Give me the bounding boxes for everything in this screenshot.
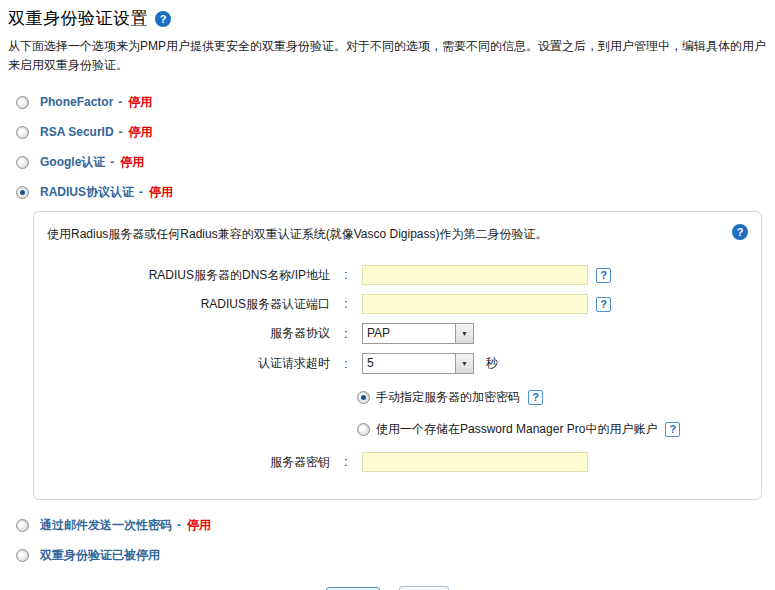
auth-option-stored-account[interactable]: 使用一个存储在Password Manager Pro中的用户账户 ?	[357, 420, 748, 438]
status-badge-radius: 停用	[149, 184, 173, 201]
colon: :	[330, 297, 362, 311]
port-help-icon[interactable]: ?	[596, 297, 611, 312]
dns-help-icon[interactable]: ?	[596, 268, 611, 283]
timeout-label: 认证请求超时	[47, 355, 330, 372]
option-phonefactor[interactable]: PhoneFactor - 停用	[8, 87, 767, 117]
option-rsa-securid[interactable]: RSA SecurID - 停用	[8, 117, 767, 147]
chevron-down-icon[interactable]: ▼	[455, 324, 473, 343]
form-row-protocol: 服务器协议 : PAP ▼	[47, 323, 748, 344]
secret-label: 服务器密钥	[47, 454, 330, 471]
form-row-timeout: 认证请求超时 : 5 ▼ 秒	[47, 353, 748, 374]
chevron-down-icon[interactable]: ▼	[455, 354, 473, 373]
radio-rsa-securid[interactable]	[16, 126, 29, 139]
option-label-radius[interactable]: RADIUS协议认证	[40, 184, 134, 201]
status-badge-google-auth: 停用	[120, 154, 144, 171]
page-description: 从下面选择一个选项来为PMP用户提供更安全的双重身份验证。对于不同的选项，需要不…	[8, 37, 768, 75]
timeout-select-value: 5	[363, 354, 455, 373]
colon: :	[330, 455, 362, 469]
radio-phonefactor[interactable]	[16, 96, 29, 109]
timeout-select[interactable]: 5 ▼	[362, 353, 474, 374]
option-dash: -	[110, 155, 114, 169]
protocol-label: 服务器协议	[47, 325, 330, 342]
radio-manual-secret[interactable]	[357, 391, 370, 404]
page-header: 双重身份验证设置 ?	[8, 7, 767, 30]
form-row-secret: 服务器密钥 :	[47, 452, 748, 472]
auth-option-manual-secret-label[interactable]: 手动指定服务器的加密密码	[376, 389, 520, 406]
option-label-phonefactor[interactable]: PhoneFactor	[40, 95, 113, 109]
bottom-options: 通过邮件发送一次性密码 - 停用 双重身份验证已被停用	[8, 510, 767, 570]
option-tfa-disabled[interactable]: 双重身份验证已被停用	[8, 540, 767, 570]
radio-tfa-disabled[interactable]	[16, 549, 29, 562]
form-row-port: RADIUS服务器认证端口 : ?	[47, 294, 748, 314]
port-label: RADIUS服务器认证端口	[47, 296, 330, 313]
protocol-select-value: PAP	[363, 324, 455, 343]
dns-label: RADIUS服务器的DNS名称/IP地址	[47, 267, 330, 284]
auth-option-stored-account-label[interactable]: 使用一个存储在Password Manager Pro中的用户账户	[376, 421, 657, 438]
radio-radius[interactable]	[16, 186, 29, 199]
option-dash: -	[139, 185, 143, 199]
option-google-auth[interactable]: Google认证 - 停用	[8, 147, 767, 177]
option-label-rsa-securid[interactable]: RSA SecurID	[40, 125, 114, 139]
radio-google-auth[interactable]	[16, 156, 29, 169]
option-dash: -	[177, 518, 181, 532]
status-badge-email-otp: 停用	[187, 517, 211, 534]
save-button[interactable]: Save	[326, 587, 380, 590]
colon: :	[330, 327, 362, 341]
colon: :	[330, 268, 362, 282]
option-radius[interactable]: RADIUS协议认证 - 停用	[8, 177, 767, 207]
radio-email-otp[interactable]	[16, 519, 29, 532]
colon: :	[330, 357, 362, 371]
page-title: 双重身份验证设置	[8, 7, 148, 30]
manual-secret-help-icon[interactable]: ?	[528, 390, 543, 405]
status-badge-phonefactor: 停用	[128, 94, 152, 111]
action-buttons: Save 取消	[8, 586, 767, 590]
radius-panel-header: 使用Radius服务器或任何Radius兼容的双重认证系统(就像Vasco Di…	[47, 224, 748, 243]
two-factor-auth-settings-page: 双重身份验证设置 ? 从下面选择一个选项来为PMP用户提供更安全的双重身份验证。…	[8, 7, 767, 590]
radius-form: RADIUS服务器的DNS名称/IP地址 : ? RADIUS服务器认证端口 :…	[47, 265, 748, 472]
radius-settings-panel: 使用Radius服务器或任何Radius兼容的双重认证系统(就像Vasco Di…	[33, 211, 762, 500]
form-row-dns: RADIUS服务器的DNS名称/IP地址 : ?	[47, 265, 748, 285]
auth-method-options: PhoneFactor - 停用 RSA SecurID - 停用 Google…	[8, 87, 767, 570]
dns-input[interactable]	[362, 265, 588, 285]
radio-stored-account[interactable]	[357, 423, 370, 436]
page-help-icon[interactable]: ?	[155, 11, 171, 27]
option-email-otp[interactable]: 通过邮件发送一次性密码 - 停用	[8, 510, 767, 540]
secret-input[interactable]	[362, 452, 588, 472]
option-label-email-otp[interactable]: 通过邮件发送一次性密码	[40, 517, 172, 534]
auth-option-manual-secret[interactable]: 手动指定服务器的加密密码 ?	[357, 388, 748, 406]
timeout-unit: 秒	[486, 355, 498, 372]
option-dash: -	[119, 125, 123, 139]
port-input[interactable]	[362, 294, 588, 314]
option-label-google-auth[interactable]: Google认证	[40, 154, 105, 171]
radius-panel-help-icon[interactable]: ?	[732, 224, 748, 240]
status-badge-rsa-securid: 停用	[129, 124, 153, 141]
cancel-button[interactable]: 取消	[399, 586, 449, 590]
radius-panel-description: 使用Radius服务器或任何Radius兼容的双重认证系统(就像Vasco Di…	[47, 224, 548, 243]
option-dash: -	[118, 95, 122, 109]
stored-account-help-icon[interactable]: ?	[665, 422, 680, 437]
option-label-tfa-disabled[interactable]: 双重身份验证已被停用	[40, 547, 160, 564]
protocol-select[interactable]: PAP ▼	[362, 323, 474, 344]
